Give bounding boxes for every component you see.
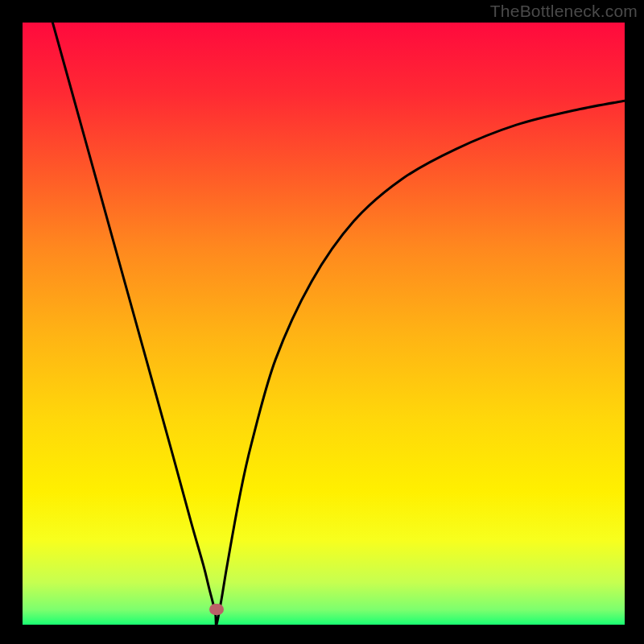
minimum-marker <box>209 604 224 615</box>
bottleneck-curve <box>52 23 625 625</box>
curve-svg <box>23 23 625 625</box>
watermark-label: TheBottleneck.com <box>490 2 638 21</box>
chart-stage: TheBottleneck.com <box>0 0 644 644</box>
chart-plot-area <box>23 23 625 625</box>
